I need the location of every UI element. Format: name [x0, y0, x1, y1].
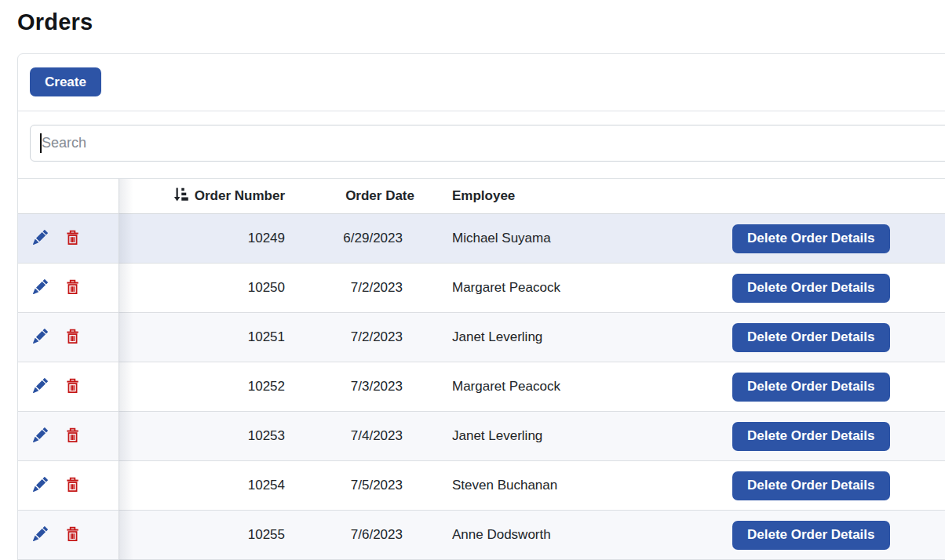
delete-order-details-button[interactable]: Delete Order Details: [732, 373, 890, 402]
orders-page: Orders Create: [0, 0, 945, 560]
row-actions: [18, 313, 119, 362]
pencil-icon: [33, 427, 48, 445]
pencil-icon: [33, 526, 48, 544]
delete-order-details-button[interactable]: Delete Order Details: [732, 274, 890, 303]
employee-cell: Janet Leverling: [414, 329, 732, 345]
trash-icon: [65, 279, 80, 297]
delete-button[interactable]: [65, 378, 80, 396]
trash-icon: [65, 477, 80, 495]
row-actions: [18, 511, 119, 559]
order-number-column-label: Order Number: [195, 188, 285, 204]
row-actions: [18, 214, 119, 263]
table-row[interactable]: 10250 7/2/2023 Margaret Peacock Delete O…: [18, 264, 945, 313]
delete-order-details-button[interactable]: Delete Order Details: [732, 521, 890, 550]
orders-panel: Create: [17, 53, 945, 560]
order-number-cell: 10254: [119, 478, 285, 493]
row-actions: [18, 412, 119, 460]
trash-icon: [65, 427, 80, 445]
table-row[interactable]: 10254 7/5/2023 Steven Buchanan Delete Or…: [18, 461, 945, 511]
edit-button[interactable]: [33, 329, 48, 346]
actions-column-header: [18, 179, 119, 213]
employee-cell: Margaret Peacock: [414, 280, 732, 296]
order-date-cell: 6/29/2023: [285, 231, 414, 246]
order-number-cell: 10253: [119, 428, 285, 444]
create-button[interactable]: Create: [30, 67, 101, 96]
row-actions: [18, 461, 119, 510]
delete-order-details-button[interactable]: Delete Order Details: [732, 471, 890, 500]
trash-icon: [65, 526, 80, 544]
trash-icon: [65, 230, 80, 248]
search-input[interactable]: [30, 125, 945, 162]
delete-button[interactable]: [65, 279, 80, 297]
employee-cell: Janet Leverling: [414, 428, 732, 444]
order-date-column-header[interactable]: Order Date: [285, 188, 414, 204]
pencil-icon: [33, 279, 48, 296]
search-section: [18, 111, 945, 178]
delete-order-details-button[interactable]: Delete Order Details: [732, 323, 890, 352]
edit-button[interactable]: [33, 279, 48, 296]
employee-cell: Margaret Peacock: [414, 379, 732, 395]
row-actions: [18, 264, 119, 312]
order-date-cell: 7/3/2023: [285, 379, 414, 395]
sort-down-icon: [173, 186, 188, 207]
employee-cell: Michael Suyama: [414, 231, 732, 246]
search-field-wrap: [30, 125, 945, 162]
order-date-cell: 7/2/2023: [285, 329, 414, 345]
order-number-column-header[interactable]: Order Number: [119, 186, 285, 207]
order-date-cell: 7/6/2023: [285, 527, 414, 543]
employee-column-header[interactable]: Employee: [414, 188, 732, 204]
edit-button[interactable]: [33, 477, 48, 494]
edit-button[interactable]: [33, 378, 48, 395]
table-row[interactable]: 10253 7/4/2023 Janet Leverling Delete Or…: [18, 412, 945, 461]
pencil-icon: [33, 329, 48, 346]
delete-button[interactable]: [65, 526, 80, 544]
delete-button[interactable]: [65, 230, 80, 248]
orders-table: Order Number Order Date Employee 10249 6…: [18, 178, 945, 560]
employee-cell: Anne Dodsworth: [414, 527, 732, 543]
pencil-icon: [33, 230, 48, 247]
delete-button[interactable]: [65, 477, 80, 495]
pencil-icon: [33, 477, 48, 494]
table-row[interactable]: 10252 7/3/2023 Margaret Peacock Delete O…: [18, 362, 945, 412]
order-number-cell: 10249: [119, 231, 285, 246]
edit-button[interactable]: [33, 230, 48, 247]
table-row[interactable]: 10249 6/29/2023 Michael Suyama Delete Or…: [18, 214, 945, 264]
table-header-row: Order Number Order Date Employee: [18, 179, 945, 214]
order-number-cell: 10251: [119, 329, 285, 345]
delete-order-details-button[interactable]: Delete Order Details: [732, 422, 890, 451]
employee-cell: Steven Buchanan: [414, 478, 732, 493]
delete-button[interactable]: [65, 427, 80, 445]
order-date-cell: 7/2/2023: [285, 280, 414, 296]
order-date-cell: 7/5/2023: [285, 478, 414, 493]
order-number-cell: 10252: [119, 379, 285, 395]
table-row[interactable]: 10255 7/6/2023 Anne Dodsworth Delete Ord…: [18, 511, 945, 560]
delete-button[interactable]: [65, 329, 80, 347]
table-row[interactable]: 10251 7/2/2023 Janet Leverling Delete Or…: [18, 313, 945, 362]
edit-button[interactable]: [33, 427, 48, 445]
order-date-cell: 7/4/2023: [285, 428, 414, 444]
trash-icon: [65, 329, 80, 347]
page-title: Orders: [17, 8, 945, 36]
edit-button[interactable]: [33, 526, 48, 544]
order-number-cell: 10250: [119, 280, 285, 296]
pencil-icon: [33, 378, 48, 395]
row-actions: [18, 362, 119, 411]
text-cursor: [40, 133, 42, 153]
order-number-cell: 10255: [119, 527, 285, 543]
trash-icon: [65, 378, 80, 396]
toolbar: Create: [18, 54, 945, 111]
delete-order-details-button[interactable]: Delete Order Details: [732, 224, 890, 253]
